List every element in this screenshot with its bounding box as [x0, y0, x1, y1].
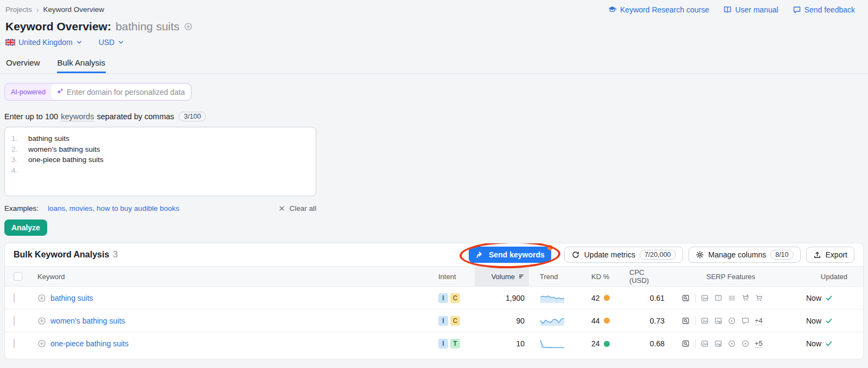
- keywords-textarea[interactable]: 1.bathing suits2.women's bathing suits3.…: [4, 127, 316, 196]
- serp-more-count[interactable]: +5: [755, 339, 763, 348]
- add-keyword-icon[interactable]: [37, 339, 46, 348]
- instruction-prefix: Enter up to 100: [4, 112, 58, 121]
- volume-value: 1,900: [475, 294, 529, 302]
- page-title: Keyword Overview: bathing suits: [5, 20, 863, 33]
- column-header-updated[interactable]: Updated: [789, 273, 854, 281]
- close-icon: [278, 205, 285, 212]
- people-also-ask-icon: ?: [714, 294, 723, 302]
- user-manual-link[interactable]: User manual: [723, 5, 778, 14]
- updated-value: Now: [806, 339, 821, 348]
- tab-overview[interactable]: Overview: [5, 55, 41, 73]
- volume-header-label: Volume: [492, 273, 515, 281]
- keyword-link[interactable]: bathing suits: [50, 294, 93, 302]
- gear-icon: [695, 250, 704, 259]
- export-button[interactable]: Export: [806, 247, 854, 263]
- keyword-research-course-link[interactable]: Keyword Research course: [608, 5, 709, 14]
- link-label: Keyword Research course: [620, 5, 709, 14]
- breadcrumb: Projects › Keyword Overview: [5, 5, 104, 14]
- divider: [695, 339, 695, 348]
- graduation-cap-icon: [608, 5, 617, 14]
- check-icon: [825, 340, 833, 347]
- card-row-count: 3: [113, 250, 118, 260]
- check-icon: [825, 317, 833, 325]
- clear-all-button[interactable]: Clear all: [278, 204, 316, 212]
- column-header-kd[interactable]: KD %: [580, 273, 629, 281]
- clear-all-label: Clear all: [289, 204, 316, 212]
- serp-preview-icon[interactable]: [681, 339, 690, 348]
- sparkle-icon: [55, 88, 64, 96]
- image-pack-icon: [700, 317, 709, 325]
- image-pack-icon: [700, 339, 709, 348]
- chevron-down-icon: [118, 39, 124, 46]
- serp-features-cell: +4: [673, 317, 789, 325]
- table-row: bathing suits IC 1,900 42 0.61 ? Now: [5, 287, 863, 309]
- serp-preview-icon[interactable]: [681, 317, 690, 325]
- keyword-link[interactable]: women's bathing suits: [50, 317, 125, 325]
- table-header-row: Keyword Intent Volume Trend KD % CPC (US…: [5, 266, 863, 287]
- table-row: one-piece bathing suits IT 10 24 0.68 +5…: [5, 332, 863, 355]
- examples-link[interactable]: loans, movies, how to buy audible books: [48, 204, 179, 212]
- image-pack-icon: [700, 294, 709, 302]
- serp-feature-icons: +4: [700, 317, 763, 325]
- column-header-trend[interactable]: Trend: [529, 273, 580, 281]
- line-text: bathing suits: [28, 133, 69, 144]
- sitelinks-icon: [727, 294, 736, 302]
- update-metrics-button[interactable]: Update metrics 7/20,000: [564, 247, 683, 263]
- line-number: 3.: [11, 154, 20, 165]
- add-keyword-to-title-icon[interactable]: [184, 22, 193, 31]
- column-header-intent[interactable]: Intent: [423, 273, 475, 281]
- page-title-keyword: bathing suits: [116, 20, 180, 33]
- send-feedback-link[interactable]: Send feedback: [793, 5, 855, 14]
- tab-bar: Overview Bulk Analysis: [0, 55, 868, 74]
- select-all-checkbox[interactable]: [14, 272, 22, 281]
- send-keywords-label: Send keywords: [489, 250, 545, 259]
- volume-value: 90: [475, 317, 529, 325]
- link-label: User manual: [735, 5, 778, 14]
- keyword-link[interactable]: one-piece bathing suits: [50, 339, 129, 348]
- column-header-volume[interactable]: Volume: [475, 267, 529, 286]
- column-header-cpc[interactable]: CPC (USD): [629, 268, 673, 285]
- serp-feature-icons: ?: [700, 294, 763, 302]
- serp-more-count[interactable]: +4: [755, 317, 763, 325]
- link-label: Send feedback: [805, 5, 855, 14]
- instruction-keywords-term[interactable]: keywords: [61, 112, 94, 121]
- add-keyword-icon[interactable]: [37, 317, 46, 325]
- kd-level-dot: [604, 295, 610, 301]
- shopping-ads-icon: [755, 294, 763, 302]
- row-checkbox[interactable]: [14, 316, 15, 326]
- keyword-counter: 3/100: [178, 112, 206, 121]
- column-header-serp-features[interactable]: SERP Features: [673, 273, 789, 281]
- country-selector[interactable]: United Kingdom: [5, 38, 82, 47]
- manage-columns-button[interactable]: Manage columns 8/10: [688, 247, 801, 263]
- serp-preview-icon[interactable]: [681, 294, 690, 302]
- add-keyword-icon[interactable]: [37, 294, 46, 302]
- intent-badge-transactional: T: [450, 339, 460, 348]
- analyze-button[interactable]: Analyze: [4, 219, 47, 236]
- filters-row: United Kingdom USD: [5, 38, 863, 47]
- table-toolbar: Send keywords Update metrics 7/20,000 Ma…: [469, 247, 854, 263]
- svg-text:?: ?: [717, 295, 719, 300]
- examples-row: Examples: loans, movies, how to buy audi…: [4, 204, 316, 212]
- send-keywords-wrap: Send keywords: [469, 247, 551, 263]
- currency-selector[interactable]: USD: [99, 38, 125, 47]
- ai-powered-badge: AI-powered: [11, 88, 46, 96]
- column-header-keyword[interactable]: Keyword: [37, 273, 423, 281]
- breadcrumb-projects[interactable]: Projects: [5, 5, 32, 14]
- row-checkbox[interactable]: [14, 339, 15, 348]
- refresh-icon: [571, 250, 580, 259]
- row-checkbox[interactable]: [14, 293, 15, 303]
- serp-features-cell: +5: [673, 339, 789, 348]
- intent-badge-commercial: C: [450, 316, 460, 326]
- volume-value: 10: [475, 339, 529, 348]
- breadcrumb-current: Keyword Overview: [43, 5, 104, 14]
- serp-feature-icons: +5: [700, 339, 763, 348]
- domain-input[interactable]: [67, 88, 185, 96]
- line-number: 4.: [11, 165, 20, 176]
- manage-columns-label: Manage columns: [709, 250, 767, 259]
- cpc-value: 0.73: [629, 317, 673, 325]
- line-text: one-piece bathing suits: [28, 154, 104, 165]
- tab-bulk-analysis[interactable]: Bulk Analysis: [57, 55, 106, 73]
- send-keywords-button[interactable]: Send keywords: [469, 247, 551, 263]
- kd-level-dot: [604, 318, 610, 324]
- kd-value: 42: [591, 294, 600, 302]
